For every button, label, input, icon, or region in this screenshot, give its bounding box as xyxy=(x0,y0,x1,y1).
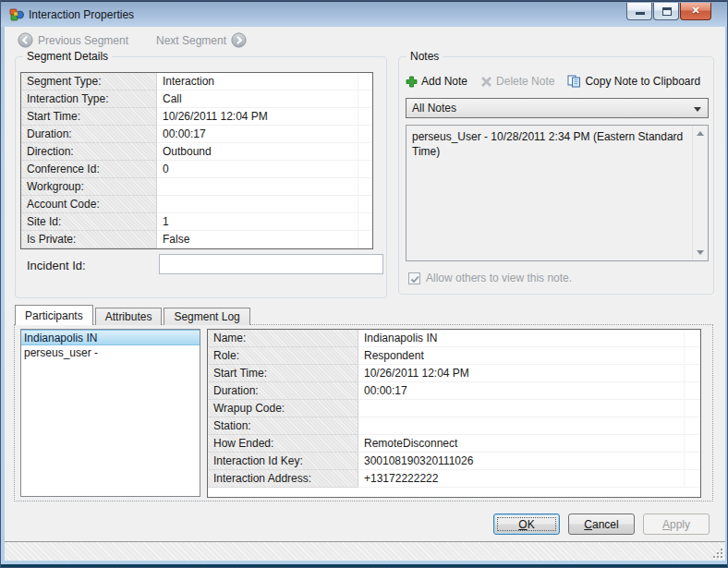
notes-group: Notes Add Note Delete Note xyxy=(398,56,714,295)
row-value: 1 xyxy=(157,213,358,231)
row-value: 300108190320111026 xyxy=(358,453,685,470)
row-label: Duration: xyxy=(208,382,358,400)
copy-icon xyxy=(567,75,581,88)
row-value: 0 xyxy=(157,161,358,178)
note-text: perseus_User - 10/28/2011 2:34 PM (Easte… xyxy=(412,129,687,159)
resize-grip[interactable] xyxy=(711,547,722,558)
previous-segment-button[interactable]: Previous Segment xyxy=(18,32,128,48)
tab-attributes[interactable]: Attributes xyxy=(95,308,163,325)
minimize-button[interactable] xyxy=(626,3,652,20)
row-value: 00:00:17 xyxy=(358,382,685,400)
segment-details-group: Segment Details Segment Type:Interaction… xyxy=(15,56,387,298)
table-row: Name:Indianapolis IN xyxy=(208,330,700,347)
tab-participants[interactable]: Participants xyxy=(15,305,93,325)
row-value xyxy=(157,196,358,213)
row-value: Call xyxy=(157,91,358,108)
add-icon xyxy=(406,76,418,88)
tab-segment-log[interactable]: Segment Log xyxy=(164,308,249,325)
row-value: RemoteDisconnect xyxy=(358,435,685,453)
table-row: Start Time:10/26/2011 12:04 PM xyxy=(208,365,700,382)
previous-arrow-icon xyxy=(18,32,33,48)
close-icon: ✕ xyxy=(681,5,710,17)
row-value: 10/26/2011 12:04 PM xyxy=(358,365,685,382)
dialog-client-area: Previous Segment Next Segment Segment De… xyxy=(5,27,725,561)
table-row: Is Private:False xyxy=(21,231,372,248)
app-icon xyxy=(9,7,24,25)
add-note-label: Add Note xyxy=(421,75,467,88)
table-row: Interaction Address:+13172222222 xyxy=(208,470,700,488)
row-value: False xyxy=(157,231,358,248)
row-label: Site Id: xyxy=(21,213,157,231)
table-row: Start Time:10/26/2011 12:04 PM xyxy=(21,108,372,126)
row-label: Account Code: xyxy=(21,196,157,213)
segment-details-title: Segment Details xyxy=(23,50,112,63)
row-value xyxy=(157,178,358,196)
segment-nav-toolbar: Previous Segment Next Segment xyxy=(5,27,725,54)
row-value: 00:00:17 xyxy=(157,126,358,143)
table-row: Role:Respondent xyxy=(208,347,700,365)
row-value: +13172222222 xyxy=(358,470,685,488)
maximize-icon xyxy=(662,7,672,16)
row-label: Interaction Type: xyxy=(21,91,157,108)
row-value: Respondent xyxy=(358,347,685,365)
row-value xyxy=(358,417,685,435)
row-label: Is Private: xyxy=(21,231,157,248)
ok-button[interactable]: OK xyxy=(493,514,560,535)
close-button[interactable]: ✕ xyxy=(680,3,711,20)
previous-segment-label: Previous Segment xyxy=(38,34,128,47)
row-label: How Ended: xyxy=(208,435,358,453)
interaction-properties-window: Interaction Properties ✕ Previous Segmen… xyxy=(0,0,728,568)
notes-toolbar: Add Note Delete Note Copy Note to Clipbo… xyxy=(406,72,700,91)
table-row: Site Id:1 xyxy=(21,213,372,231)
incident-id-label: Incident Id: xyxy=(27,259,86,272)
row-label: Station: xyxy=(208,417,358,435)
apply-button[interactable]: Apply xyxy=(643,514,710,535)
allow-view-note-row: Allow others to view this note. xyxy=(408,272,572,284)
incident-id-input[interactable] xyxy=(159,254,383,274)
cancel-button[interactable]: Cancel xyxy=(568,514,635,535)
segment-details-table: Segment Type:Interaction Interaction Typ… xyxy=(20,72,373,249)
copy-note-label: Copy Note to Clipboard xyxy=(585,75,700,88)
row-value: Interaction xyxy=(157,73,358,91)
row-label: Start Time: xyxy=(21,108,157,126)
participants-tab-panel: Indianapolis IN perseus_user - Name:Indi… xyxy=(14,324,713,502)
next-segment-button[interactable]: Next Segment xyxy=(156,32,247,48)
list-item[interactable]: perseus_user - xyxy=(21,345,200,361)
row-label: Wrapup Code: xyxy=(208,400,358,417)
table-row: Segment Type:Interaction xyxy=(21,73,372,91)
row-label: Interaction Address: xyxy=(208,470,358,488)
row-label: Start Time: xyxy=(208,365,358,382)
note-scrollbar[interactable] xyxy=(692,126,708,260)
table-row: How Ended:RemoteDisconnect xyxy=(208,435,700,453)
delete-note-label: Delete Note xyxy=(496,75,554,88)
scroll-up-icon[interactable] xyxy=(697,131,704,136)
titlebar[interactable]: Interaction Properties ✕ xyxy=(1,1,727,27)
maximize-button[interactable] xyxy=(653,3,679,20)
next-arrow-icon xyxy=(231,32,247,48)
window-title: Interaction Properties xyxy=(29,8,134,21)
chevron-down-icon xyxy=(694,107,701,112)
delete-note-button[interactable]: Delete Note xyxy=(480,75,554,88)
copy-note-button[interactable]: Copy Note to Clipboard xyxy=(567,75,700,88)
row-label: Name: xyxy=(208,330,358,347)
table-row: Station: xyxy=(208,417,700,435)
allow-view-note-checkbox[interactable] xyxy=(408,272,420,284)
note-viewer[interactable]: perseus_User - 10/28/2011 2:34 PM (Easte… xyxy=(406,125,709,261)
row-label: Direction: xyxy=(21,143,157,161)
participant-list[interactable]: Indianapolis IN perseus_user - xyxy=(20,329,200,497)
table-row: Duration:00:00:17 xyxy=(208,382,700,400)
notes-filter-value: All Notes xyxy=(412,102,456,115)
row-value: 10/26/2011 12:04 PM xyxy=(157,108,358,126)
status-bar xyxy=(5,541,725,561)
table-row: Conference Id:0 xyxy=(21,161,372,178)
notes-title: Notes xyxy=(406,50,443,63)
list-item[interactable]: Indianapolis IN xyxy=(21,330,200,345)
add-note-button[interactable]: Add Note xyxy=(406,75,467,88)
table-row: Interaction Id Key:300108190320111026 xyxy=(208,453,700,470)
table-row: Duration:00:00:17 xyxy=(21,126,372,143)
row-value xyxy=(358,400,685,417)
notes-filter-dropdown[interactable]: All Notes xyxy=(406,98,709,118)
delete-icon xyxy=(480,76,492,88)
row-label: Duration: xyxy=(21,126,157,143)
scroll-down-icon[interactable] xyxy=(697,250,704,255)
